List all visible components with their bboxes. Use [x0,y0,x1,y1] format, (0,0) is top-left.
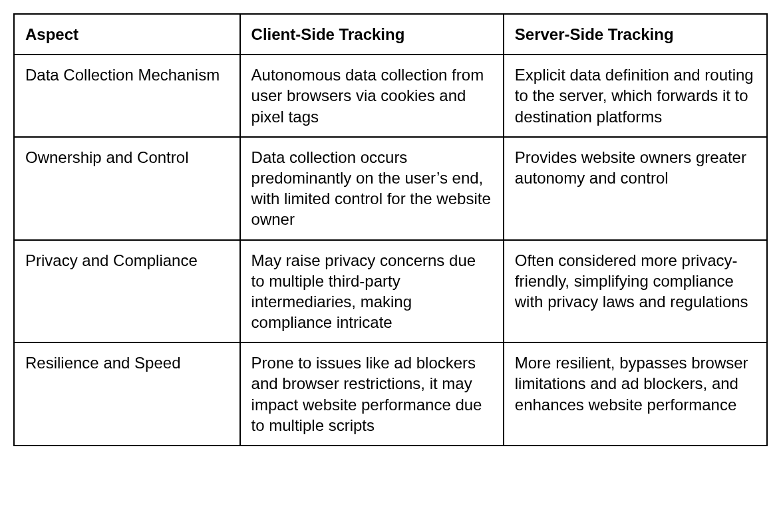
cell-aspect: Ownership and Control [14,137,240,240]
cell-server: Provides website owners greater autonomy… [504,137,767,240]
cell-server: More resilient, bypasses browser limitat… [504,342,767,446]
cell-aspect: Resilience and Speed [14,342,240,446]
cell-client: Prone to issues like ad blockers and bro… [240,342,504,446]
table-row: Resilience and Speed Prone to issues lik… [14,342,767,446]
cell-server: Often considered more privacy-friendly, … [504,240,767,343]
cell-aspect: Privacy and Compliance [14,240,240,343]
header-client-side: Client-Side Tracking [240,14,504,55]
table-row: Data Collection Mechanism Autonomous dat… [14,55,767,137]
cell-server: Explicit data definition and routing to … [504,55,767,137]
table-row: Privacy and Compliance May raise privacy… [14,240,767,343]
comparison-table: Aspect Client-Side Tracking Server-Side … [13,13,768,446]
table-row: Ownership and Control Data collection oc… [14,137,767,240]
cell-client: Autonomous data collection from user bro… [240,55,504,137]
cell-aspect: Data Collection Mechanism [14,55,240,137]
header-aspect: Aspect [14,14,240,55]
header-server-side: Server-Side Tracking [504,14,767,55]
table-header-row: Aspect Client-Side Tracking Server-Side … [14,14,767,55]
cell-client: May raise privacy concerns due to multip… [240,240,504,343]
cell-client: Data collection occurs predominantly on … [240,137,504,240]
